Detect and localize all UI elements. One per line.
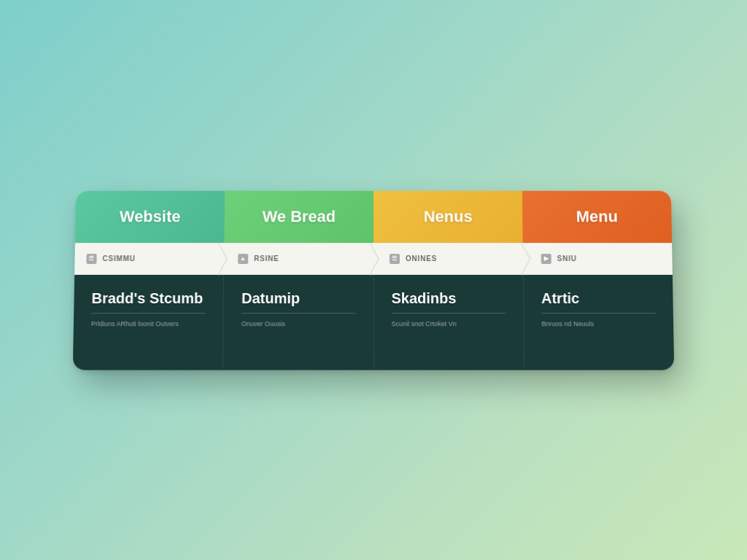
breadcrumb-bar: ☰ CSIMMU ▲ RSINE ☰ ONINES ▶ SNI	[74, 243, 673, 275]
top-navigation: Website We Bread Nenus Menu	[75, 191, 672, 243]
nav-item-nenus[interactable]: Nenus	[374, 191, 523, 243]
main-card: Website We Bread Nenus Menu ☰ CSIMMU ▲ R…	[73, 191, 674, 370]
content-row: Bradd's Stcumb Prldiuns ARhuti loonit Ou…	[73, 275, 674, 370]
nav-label-menu: Menu	[576, 207, 619, 226]
breadcrumb-label-2: RSINE	[254, 254, 279, 262]
cell-title-2: Datumip	[241, 289, 356, 307]
nav-item-webread[interactable]: We Bread	[224, 191, 374, 243]
content-cell-1: Bradd's Stcumb Prldiuns ARhuti loonit Ou…	[73, 275, 225, 370]
cell-desc-3: Scunil snot Crtoket Vn	[392, 319, 506, 330]
breadcrumb-item-2[interactable]: ▲ RSINE	[217, 243, 369, 274]
breadcrumb-arrow-2	[369, 243, 378, 275]
cell-divider-3	[392, 313, 506, 314]
cell-divider-1	[91, 313, 206, 314]
cell-desc-4: Bnruos nd Neuuls	[541, 319, 656, 330]
content-cell-2: Datumip Onuver Ouusis	[223, 275, 374, 370]
cell-title-3: Skadinbs	[392, 289, 506, 307]
breadcrumb-arrow-1	[217, 243, 226, 275]
cell-title-4: Atrtic	[541, 289, 656, 307]
cell-divider-2	[241, 313, 356, 314]
nav-item-website[interactable]: Website	[75, 191, 225, 243]
cell-title-1: Bradd's Stcumb	[91, 289, 206, 307]
breadcrumb-icon-4: ▶	[541, 254, 551, 264]
nav-label-website: Website	[120, 207, 181, 226]
breadcrumb-label-3: ONINES	[406, 254, 437, 262]
nav-item-menu[interactable]: Menu	[522, 191, 672, 243]
breadcrumb-label-1: CSIMMU	[102, 254, 135, 262]
breadcrumb-icon-2: ▲	[238, 254, 248, 264]
breadcrumb-item-3[interactable]: ☰ ONINES	[369, 243, 521, 274]
breadcrumb-icon-3: ☰	[390, 254, 400, 264]
cell-desc-1: Prldiuns ARhuti loonit Outvers	[91, 319, 206, 330]
nav-label-webread: We Bread	[262, 207, 336, 226]
cell-divider-4	[541, 313, 656, 314]
content-cell-4: Atrtic Bnruos nd Neuuls	[524, 275, 675, 370]
breadcrumb-icon-1: ☰	[86, 254, 96, 264]
breadcrumb-label-4: SNIU	[557, 254, 577, 262]
nav-label-nenus: Nenus	[424, 207, 473, 226]
breadcrumb-item-4[interactable]: ▶ SNIU	[521, 243, 673, 274]
breadcrumb-item-1[interactable]: ☰ CSIMMU	[74, 243, 217, 274]
cell-desc-2: Onuver Ouusis	[241, 319, 356, 330]
breadcrumb-arrow-3	[521, 243, 530, 275]
content-cell-3: Skadinbs Scunil snot Crtoket Vn	[374, 275, 524, 370]
